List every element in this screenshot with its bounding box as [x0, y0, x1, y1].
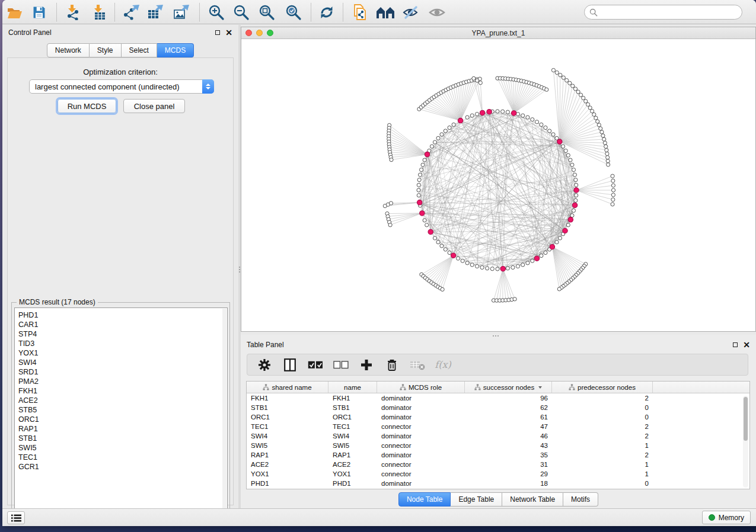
mcds-result-item[interactable]: YOX1 [18, 348, 227, 358]
network-node[interactable] [611, 188, 615, 192]
network-node[interactable] [576, 90, 580, 94]
network-node[interactable] [452, 123, 455, 126]
cell-predecessor_nodes[interactable]: 2 [552, 423, 653, 430]
network-node[interactable] [444, 248, 447, 251]
cell-shared_name[interactable]: SWI4 [247, 432, 328, 440]
table-row[interactable]: RAP1RAP1dominator352 [247, 450, 749, 460]
network-node[interactable] [526, 116, 529, 119]
zoom-fit-button[interactable] [256, 2, 278, 22]
apply-layout-button[interactable] [315, 2, 338, 22]
network-node[interactable] [470, 114, 474, 117]
network-node[interactable] [605, 148, 608, 152]
network-node[interactable] [461, 259, 464, 262]
network-hub-node[interactable] [500, 266, 505, 271]
network-node[interactable] [540, 254, 543, 257]
network-node[interactable] [521, 114, 525, 117]
network-node[interactable] [604, 145, 608, 148]
network-node[interactable] [558, 236, 562, 240]
network-hub-node[interactable] [428, 229, 433, 234]
table-row[interactable]: TEC1TEC1connector472 [247, 422, 749, 431]
network-node[interactable] [544, 126, 547, 129]
network-node[interactable] [417, 194, 420, 197]
network-node[interactable] [433, 236, 436, 240]
network-node[interactable] [551, 133, 555, 136]
network-node[interactable] [540, 123, 543, 126]
cell-name[interactable]: PHD1 [328, 480, 377, 487]
mcds-result-item[interactable]: STB1 [18, 434, 227, 443]
tab-mcds[interactable]: MCDS [157, 43, 194, 57]
cell-predecessor_nodes[interactable]: 0 [552, 414, 653, 421]
network-node[interactable] [573, 173, 576, 177]
network-node[interactable] [506, 267, 509, 270]
network-hub-node[interactable] [417, 200, 422, 205]
cell-successor_nodes[interactable]: 47 [465, 423, 552, 430]
cell-successor_nodes[interactable]: 61 [465, 414, 552, 421]
network-node[interactable] [388, 223, 392, 227]
network-node[interactable] [417, 188, 420, 192]
network-node[interactable] [607, 163, 610, 166]
network-node[interactable] [486, 267, 489, 270]
mcds-result-list[interactable]: PHD1CAR1STP4TID3YOX1SWI4SRD1PMA2FKH1ACE2… [14, 307, 228, 520]
mcds-result-item[interactable]: ACE2 [18, 396, 227, 405]
table-row[interactable]: PHD1PHD1dominator180 [247, 479, 749, 488]
network-node[interactable] [575, 183, 578, 187]
cell-predecessor_nodes[interactable]: 0 [552, 404, 653, 411]
network-node[interactable] [551, 68, 555, 72]
cell-predecessor_nodes[interactable]: 1 [552, 461, 653, 468]
network-node[interactable] [418, 173, 422, 177]
network-node[interactable] [572, 168, 575, 171]
tab-network-table[interactable]: Network Table [502, 492, 563, 507]
network-node[interactable] [584, 100, 588, 103]
network-node[interactable] [575, 194, 578, 197]
network-node[interactable] [441, 287, 444, 291]
tab-edge-table[interactable]: Edge Table [451, 492, 502, 507]
tab-node-table[interactable]: Node Table [398, 492, 451, 507]
mcds-result-item[interactable]: STP4 [18, 329, 227, 339]
network-node[interactable] [430, 145, 433, 148]
network-node[interactable] [511, 265, 515, 269]
network-node[interactable] [490, 267, 494, 271]
import-network-button[interactable] [61, 2, 84, 22]
table-row[interactable]: FKH1FKH1dominator962 [247, 393, 749, 403]
cell-name[interactable]: RAP1 [328, 451, 377, 459]
function-builder-button[interactable]: f(x) [435, 357, 451, 373]
zoom-out-button[interactable] [230, 2, 253, 22]
cell-shared_name[interactable]: SWI5 [247, 442, 328, 449]
cell-shared_name[interactable]: ORC1 [247, 414, 328, 421]
table-row[interactable]: ORC1ORC1dominator610 [247, 412, 749, 422]
show-columns-button[interactable] [282, 357, 298, 373]
network-node[interactable] [564, 149, 567, 152]
network-node[interactable] [472, 76, 476, 80]
cell-successor_nodes[interactable]: 31 [465, 461, 552, 468]
column-header-predecessor-nodes[interactable]: predecessor nodes [552, 382, 653, 393]
cell-successor_nodes[interactable]: 62 [465, 404, 552, 411]
network-node[interactable] [611, 174, 614, 178]
network-hub-node[interactable] [557, 139, 562, 144]
network-node[interactable] [555, 70, 559, 74]
tab-style[interactable]: Style [90, 43, 122, 57]
network-hub-node[interactable] [574, 188, 579, 193]
export-image-button[interactable] [170, 2, 193, 22]
cell-shared_name[interactable]: RAP1 [247, 451, 328, 459]
network-hub-node[interactable] [572, 203, 577, 207]
tab-motifs[interactable]: Motifs [563, 492, 598, 507]
network-node[interactable] [506, 110, 509, 114]
network-node[interactable] [440, 133, 444, 136]
float-table-panel-icon[interactable] [733, 342, 738, 347]
tab-select[interactable]: Select [122, 43, 157, 57]
optimization-criterion-dropdown[interactable]: largest connected component (undirected) [29, 79, 214, 94]
network-node[interactable] [496, 110, 499, 113]
network-node[interactable] [606, 159, 610, 163]
network-node[interactable] [592, 113, 596, 116]
network-node[interactable] [611, 198, 615, 201]
mcds-result-item[interactable]: STB5 [18, 405, 227, 415]
network-node[interactable] [448, 126, 451, 129]
network-node[interactable] [579, 93, 582, 97]
network-node[interactable] [565, 78, 569, 82]
node-table-header[interactable]: shared namenameMCDS rolesuccessor nodesp… [247, 382, 749, 393]
network-node[interactable] [496, 267, 499, 271]
network-node[interactable] [436, 136, 440, 140]
network-node[interactable] [465, 116, 469, 119]
network-node[interactable] [573, 87, 577, 91]
column-header-MCDS-role[interactable]: MCDS role [377, 382, 465, 393]
